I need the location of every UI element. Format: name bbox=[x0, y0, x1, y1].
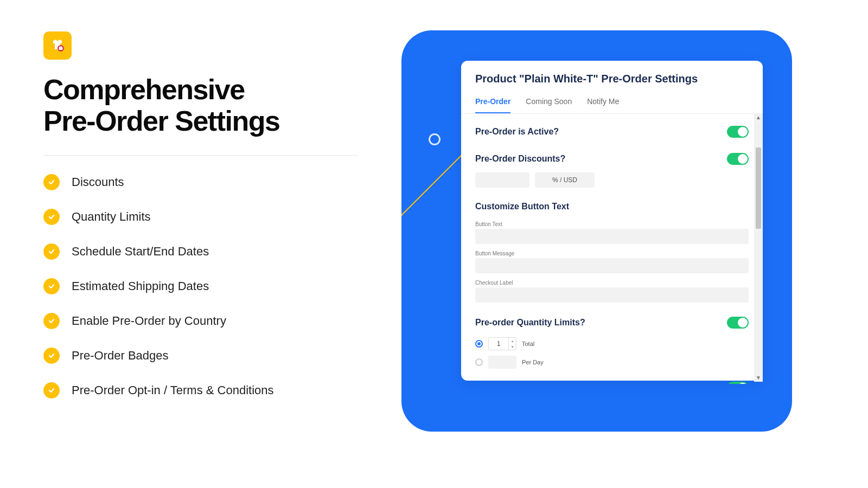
divider bbox=[43, 155, 358, 156]
device-frame: Product "Plain White-T" Pre-Order Settin… bbox=[401, 30, 792, 432]
setting-label-active: Pre-Order is Active? bbox=[475, 127, 559, 137]
panel-title: Product "Plain White-T" Pre-Order Settin… bbox=[461, 73, 763, 92]
headline-line-1: Comprehensive bbox=[43, 74, 245, 105]
tab-bar: Pre-Order Coming Soon Notify Me bbox=[461, 92, 763, 114]
list-item: Quantity Limits bbox=[43, 209, 358, 225]
tab-notify-me[interactable]: Notify Me bbox=[587, 92, 619, 113]
check-icon bbox=[43, 174, 60, 190]
list-item: Pre-Order Badges bbox=[43, 348, 358, 364]
tab-pre-order[interactable]: Pre-Order bbox=[475, 92, 510, 113]
radio-qty-total[interactable] bbox=[475, 340, 483, 348]
setting-label-schedule: Schedule Pre-Orders bbox=[475, 383, 561, 384]
check-icon bbox=[43, 243, 60, 260]
settings-panel: Product "Plain White-T" Pre-Order Settin… bbox=[461, 61, 763, 381]
label-button-message: Button Message bbox=[475, 251, 749, 256]
feature-text: Pre-Order Badges bbox=[72, 349, 169, 363]
app-logo-icon bbox=[43, 31, 72, 60]
toggle-qty-limits[interactable] bbox=[727, 317, 749, 329]
setting-label-qty-limits: Pre-order Quantity Limits? bbox=[475, 318, 585, 328]
list-item: Estimated Shipping Dates bbox=[43, 278, 358, 294]
feature-text: Quantity Limits bbox=[72, 210, 151, 224]
discount-amount-input[interactable] bbox=[475, 172, 529, 188]
decor-ring-icon bbox=[429, 133, 441, 145]
feature-text: Enable Pre-Order by Country bbox=[72, 314, 226, 328]
feature-text: Pre-Order Opt-in / Terms & Conditions bbox=[72, 383, 274, 397]
check-icon bbox=[43, 313, 60, 329]
headline-line-2: Pre-Order Settings bbox=[43, 105, 279, 137]
check-icon bbox=[43, 278, 60, 294]
stepper-arrows-icon[interactable]: ▲▼ bbox=[508, 338, 516, 350]
toggle-schedule[interactable] bbox=[727, 382, 749, 384]
check-icon bbox=[43, 348, 60, 364]
headline: Comprehensive Pre-Order Settings bbox=[43, 74, 358, 137]
input-button-message[interactable] bbox=[475, 258, 749, 273]
setting-label-discounts: Pre-Order Discounts? bbox=[475, 154, 565, 164]
scrollbar-track[interactable]: ▲ ▼ bbox=[754, 114, 763, 382]
toggle-discounts[interactable] bbox=[727, 153, 749, 165]
label-checkout-label: Checkout Label bbox=[475, 280, 749, 286]
qty-total-stepper[interactable]: 1 ▲▼ bbox=[488, 337, 516, 350]
section-customize-button: Customize Button Text bbox=[475, 202, 569, 211]
qty-perday-label: Per Day bbox=[522, 359, 544, 365]
check-icon bbox=[43, 209, 60, 225]
scrollbar-thumb[interactable] bbox=[756, 147, 761, 229]
feature-list: Discounts Quantity Limits Schedule Start… bbox=[43, 174, 358, 399]
qty-perday-input[interactable] bbox=[488, 356, 516, 369]
feature-text: Schedule Start/End Dates bbox=[72, 245, 209, 259]
tab-coming-soon[interactable]: Coming Soon bbox=[526, 92, 572, 113]
label-button-text: Button Text bbox=[475, 221, 749, 227]
radio-qty-perday[interactable] bbox=[475, 358, 483, 366]
list-item: Pre-Order Opt-in / Terms & Conditions bbox=[43, 382, 358, 399]
list-item: Schedule Start/End Dates bbox=[43, 243, 358, 260]
feature-text: Discounts bbox=[72, 175, 124, 189]
scroll-up-icon[interactable]: ▲ bbox=[756, 115, 761, 120]
input-button-text[interactable] bbox=[475, 229, 749, 244]
panel-body: ▲ ▼ Pre-Order is Active? Pre-Order Disco… bbox=[461, 114, 763, 384]
feature-text: Estimated Shipping Dates bbox=[72, 279, 209, 293]
list-item: Discounts bbox=[43, 174, 358, 190]
input-checkout-label[interactable] bbox=[475, 287, 749, 303]
discount-unit-select[interactable]: % / USD bbox=[535, 172, 595, 188]
scroll-down-icon[interactable]: ▼ bbox=[756, 375, 761, 381]
qty-total-label: Total bbox=[522, 341, 534, 347]
list-item: Enable Pre-Order by Country bbox=[43, 313, 358, 329]
toggle-active[interactable] bbox=[727, 126, 749, 138]
qty-total-value: 1 bbox=[489, 340, 508, 348]
check-icon bbox=[43, 382, 60, 399]
